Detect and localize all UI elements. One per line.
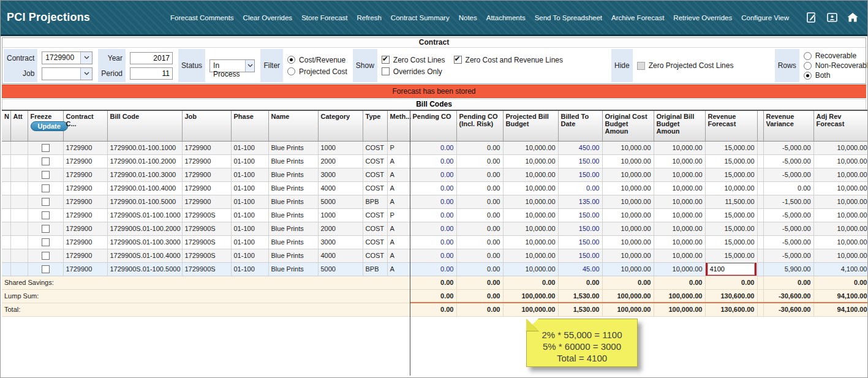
revenue-forecast-cell[interactable]: 15,000.00 (705, 208, 757, 222)
category-cell: 1000 (318, 208, 363, 222)
menu-item[interactable]: Configure View (741, 14, 789, 21)
pending-co-cell[interactable]: 0.00 (410, 262, 456, 276)
year-input[interactable] (130, 52, 173, 64)
summary-revenue-variance: -30,600.00 (763, 289, 813, 303)
billed-to-date-cell[interactable]: 150.00 (558, 222, 602, 235)
att-cell (10, 154, 28, 168)
update-button[interactable]: Update (31, 121, 68, 131)
table-row[interactable]: 1729900 1729900S.01-100.1000 1729900S 01… (2, 208, 868, 222)
table-row[interactable]: 1729900 1729900.01-100.2000 1729900 01-1… (2, 154, 868, 168)
pending-co-cell[interactable]: 0.00 (410, 208, 456, 222)
overrides-only-checkbox[interactable] (382, 67, 390, 75)
billed-to-date-cell[interactable]: 135.00 (558, 195, 602, 208)
revenue-variance-cell: 5,900.00 (763, 262, 813, 276)
zero-cost-lines-checkbox[interactable] (382, 56, 390, 64)
menu-item[interactable]: Forecast Comments (170, 14, 234, 21)
pending-co-cell[interactable]: 0.00 (410, 195, 456, 208)
menu-item[interactable]: Clear Overrides (243, 14, 293, 21)
billed-to-date-cell[interactable]: 150.00 (558, 249, 602, 262)
freeze-checkbox[interactable] (42, 184, 50, 192)
revenue-forecast-cell[interactable]: 15,000.00 (705, 222, 757, 235)
table-row[interactable]: 1729900 1729900S.01-100.3000 1729900S 01… (2, 235, 868, 249)
table-row[interactable]: 1729900 1729900.01-100.4000 1729900 01-1… (2, 181, 868, 195)
freeze-checkbox[interactable] (42, 144, 50, 152)
job-cell: 1729900S (182, 262, 231, 276)
billed-to-date-cell[interactable]: 45.00 (558, 262, 602, 276)
pending-co-cell[interactable]: 0.00 (410, 141, 456, 154)
billed-to-date-cell[interactable]: 0.00 (558, 181, 602, 195)
revenue-forecast-cell[interactable]: 10,000.00 (705, 181, 757, 195)
adj-rev-forecast-cell: 10,000.00 (813, 154, 868, 168)
revenue-variance-cell: -5,000.00 (763, 141, 813, 154)
pending-co-cell[interactable]: 0.00 (410, 249, 456, 262)
col-header-revenue-forecast: Revenue Forecast (705, 110, 757, 141)
freeze-checkbox[interactable] (42, 171, 50, 179)
status-select[interactable]: In Process (209, 59, 255, 72)
table-row[interactable]: 1729900 1729900S.01-100.2000 1729900S 01… (2, 222, 868, 235)
home-icon[interactable] (847, 12, 859, 24)
freeze-checkbox[interactable] (42, 225, 50, 233)
menu-item[interactable]: Attachments (486, 14, 526, 21)
summary-pending-co: 0.00 (410, 276, 456, 289)
table-row[interactable]: 1729900 1729900.01-100.3000 1729900 01-1… (2, 168, 868, 181)
contact-card-icon[interactable] (826, 12, 838, 24)
col-header-revenue-variance: Revenue Variance (763, 110, 813, 141)
freeze-checkbox[interactable] (42, 265, 50, 273)
menu-item[interactable]: Refresh (357, 14, 382, 21)
zero-cost-and-revenue-lines-checkbox[interactable] (454, 56, 462, 64)
billed-to-date-cell[interactable]: 150.00 (558, 208, 602, 222)
freeze-checkbox[interactable] (42, 211, 50, 219)
job-select[interactable] (42, 67, 92, 80)
type-cell: COST (363, 249, 387, 262)
phase-cell: 01-100 (231, 262, 268, 276)
freeze-checkbox[interactable] (42, 157, 50, 165)
edit-note-icon[interactable] (805, 12, 817, 24)
revenue-forecast-cell[interactable]: 11,500.00 (705, 195, 757, 208)
table-row[interactable]: 1729900 1729900.01-100.5000 1729900 01-1… (2, 195, 868, 208)
revenue-forecast-input[interactable] (708, 262, 755, 275)
pending-co-cell[interactable]: 0.00 (410, 168, 456, 181)
menu-item[interactable]: Retrieve Overrides (673, 14, 732, 21)
pending-co-cell[interactable]: 0.00 (410, 235, 456, 249)
table-row[interactable]: 1729900 1729900S.01-100.4000 1729900S 01… (2, 249, 868, 262)
projected-bill-budget-cell: 10,000.00 (503, 208, 558, 222)
period-input[interactable] (130, 67, 173, 80)
bill-code-cell: 1729900S.01-100.1000 (107, 208, 182, 222)
menu-item[interactable]: Send To Spreadsheet (535, 14, 602, 21)
freeze-checkbox[interactable] (42, 238, 50, 246)
adj-rev-forecast-cell: 10,000.00 (813, 208, 868, 222)
non-recoverable-radio[interactable] (804, 62, 812, 70)
cost-revenue-radio[interactable] (287, 56, 295, 64)
table-row[interactable]: 1729900 1729900.01-100.1000 1729900 01-1… (2, 141, 868, 154)
menu-item[interactable]: Contract Summary (391, 14, 450, 21)
revenue-forecast-cell[interactable]: 15,000.00 (705, 154, 757, 168)
revenue-forecast-cell[interactable]: 15,000.00 (705, 168, 757, 181)
spacer-cell (757, 181, 763, 195)
billed-to-date-cell[interactable]: 450.00 (558, 141, 602, 154)
contract-cell: 1729900 (63, 168, 107, 181)
freeze-checkbox[interactable] (42, 252, 50, 260)
menu-item[interactable]: Store Forecast (301, 14, 347, 21)
revenue-forecast-cell[interactable]: 15,000.00 (705, 235, 757, 249)
freeze-checkbox[interactable] (42, 198, 50, 206)
table-row[interactable]: 1729900 1729900S.01-100.5000 1729900S 01… (2, 262, 868, 276)
both-radio[interactable] (804, 72, 812, 80)
menu-item[interactable]: Archive Forecast (611, 14, 664, 21)
pending-co-cell[interactable]: 0.00 (410, 222, 456, 235)
contract-select[interactable]: 1729900 (42, 51, 92, 64)
projected-cost-radio[interactable] (287, 67, 295, 75)
pending-co-cell[interactable]: 0.00 (410, 181, 456, 195)
content-frame: Contract Contract Job 1729900 (1, 36, 867, 376)
pending-co-cell[interactable]: 0.00 (410, 154, 456, 168)
revenue-forecast-cell[interactable] (705, 262, 757, 276)
billed-to-date-cell[interactable]: 150.00 (558, 168, 602, 181)
recoverable-radio[interactable] (804, 52, 812, 60)
revenue-forecast-cell[interactable]: 15,000.00 (705, 249, 757, 262)
bill-codes-table: N Att Freeze Update Contract C... Bill C… (2, 110, 868, 317)
col-header-att: Att (10, 110, 28, 141)
menu-item[interactable]: Notes (459, 14, 477, 21)
billed-to-date-cell[interactable]: 150.00 (558, 154, 602, 168)
billed-to-date-cell[interactable]: 150.00 (558, 235, 602, 249)
att-cell (10, 249, 28, 262)
revenue-forecast-cell[interactable]: 15,000.00 (705, 141, 757, 154)
